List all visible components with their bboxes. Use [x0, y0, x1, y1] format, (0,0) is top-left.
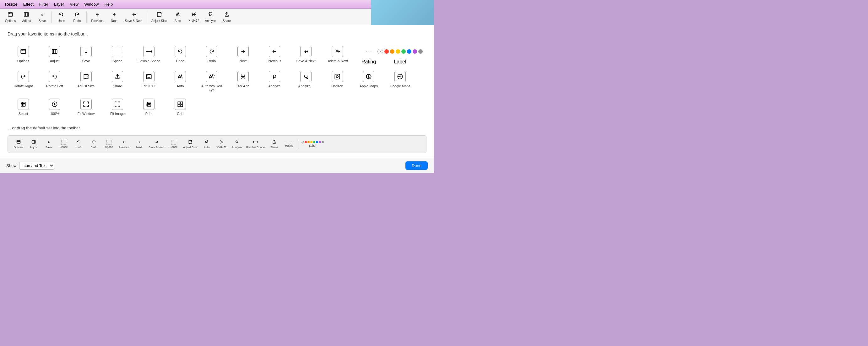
dt-auto-label: Auto — [204, 146, 210, 149]
svg-rect-47 — [335, 74, 339, 79]
gi-adjust[interactable]: Adjust — [39, 43, 70, 68]
svg-rect-9 — [157, 12, 161, 16]
dt-adjust[interactable]: Adjust — [27, 138, 40, 150]
gi-analyze[interactable]: Analyze — [259, 68, 290, 95]
gi-hundred[interactable]: 100% — [39, 95, 70, 119]
gi-fitwindow[interactable]: Fit Window — [70, 95, 102, 119]
dt-label-icon: ✕ — [302, 141, 324, 144]
share-icon — [224, 11, 230, 19]
gi-analyze-label: Analyze — [268, 84, 280, 88]
gi-save-label: Save — [82, 59, 90, 63]
bottom-bar: Show Icon and Text Icon Only Text Only D… — [0, 158, 434, 173]
dt-space2[interactable]: Space — [102, 138, 116, 150]
dt-space2-icon — [106, 140, 112, 145]
tb-options[interactable]: Options — [2, 10, 18, 24]
gi-rotateleft[interactable]: Rotate Left — [39, 68, 70, 95]
gi-deletenext[interactable]: Delete & Next — [321, 43, 353, 68]
gi-analyzedot[interactable]: Analyze... — [290, 68, 321, 95]
gi-auto[interactable]: Auto — [164, 68, 196, 95]
svg-rect-70 — [32, 140, 35, 144]
tb-auto[interactable]: Auto — [170, 10, 185, 24]
tb-save[interactable]: Save — [35, 10, 50, 24]
gi-label[interactable]: ✕ Label — [384, 43, 416, 68]
gi-rotateright[interactable]: Rotate Right — [7, 68, 39, 95]
dt-savenext[interactable]: Save & Next — [147, 138, 165, 150]
dt-xe8472[interactable]: Xe8472 — [215, 138, 228, 150]
dt-auto[interactable]: Auto — [200, 138, 214, 150]
gi-flexspace-icon — [143, 46, 155, 57]
tb-xe8472[interactable]: Xe8472 — [186, 10, 202, 24]
dt-next[interactable]: Next — [132, 138, 146, 150]
gi-deletenext-icon — [332, 46, 343, 57]
tb-adjust[interactable]: Adjust — [19, 10, 34, 24]
gi-editiptc[interactable]: Edit IPTC — [133, 68, 164, 95]
tb-options-label: Options — [5, 19, 16, 23]
dt-share-label: Share — [270, 146, 278, 149]
dt-share[interactable]: Share — [267, 138, 281, 150]
done-button[interactable]: Done — [405, 161, 428, 170]
tb-previous[interactable]: Previous — [89, 10, 106, 24]
tb-share-label: Share — [223, 19, 231, 23]
gi-save[interactable]: Save — [70, 43, 102, 68]
dt-share-icon — [272, 139, 277, 145]
gi-applemaps[interactable]: Apple Maps — [353, 68, 384, 95]
gi-previous[interactable]: Previous — [259, 43, 290, 68]
gi-adjustsize[interactable]: Adjust Size — [70, 68, 102, 95]
dt-label[interactable]: ✕ Label — [300, 140, 325, 149]
customize-toolbar-dialog: Drag your favorite items into the toolba… — [0, 25, 434, 173]
dt-flexspace[interactable]: Flexible Space — [245, 138, 266, 150]
svg-rect-67 — [17, 140, 20, 144]
tb-next[interactable]: Next — [106, 10, 122, 24]
menu-help[interactable]: Help — [102, 1, 115, 7]
gi-grid[interactable]: Grid — [164, 95, 196, 119]
gi-undo[interactable]: Undo — [164, 43, 196, 68]
tb-adjustsize[interactable]: Adjust Size — [149, 10, 169, 24]
gi-hundred-label: 100% — [50, 112, 59, 116]
gi-autoredeye[interactable]: Auto w/o Red Eye — [196, 68, 227, 95]
dt-redo[interactable]: Redo — [87, 138, 101, 150]
gi-share[interactable]: Share — [102, 68, 133, 95]
previous-icon — [94, 11, 100, 19]
gi-print[interactable]: Print — [133, 95, 164, 119]
tb-redo[interactable]: Redo — [69, 10, 85, 24]
gi-flexspace[interactable]: Flexible Space — [133, 43, 164, 68]
gi-savenext[interactable]: Save & Next — [290, 43, 321, 68]
tb-share[interactable]: Share — [219, 10, 234, 24]
menu-effect[interactable]: Effect — [21, 1, 36, 7]
gi-space[interactable]: Space — [102, 43, 133, 68]
dt-space2-label: Space — [105, 145, 113, 149]
tb-analyze[interactable]: Analyze — [202, 10, 219, 24]
dt-space3[interactable]: Space — [167, 138, 181, 150]
dt-rating[interactable]: - · · · - Rating — [282, 139, 296, 149]
options-icon — [7, 11, 13, 19]
dt-save[interactable]: Save — [42, 138, 56, 150]
menu-view[interactable]: View — [67, 1, 81, 7]
dt-previous[interactable]: Previous — [117, 138, 131, 150]
gi-xe8472[interactable]: Xe8472 — [227, 68, 259, 95]
label-gray — [418, 49, 423, 54]
show-select[interactable]: Icon and Text Icon Only Text Only — [19, 162, 54, 169]
gi-googlemaps[interactable]: Google Maps — [384, 68, 416, 95]
dt-analyze[interactable]: Analyze — [230, 138, 244, 150]
gi-redo[interactable]: Redo — [196, 43, 227, 68]
menu-filter[interactable]: Filter — [37, 1, 51, 7]
gi-fitimage[interactable]: Fit Image — [102, 95, 133, 119]
svg-rect-53 — [21, 102, 25, 106]
gi-next[interactable]: Next — [227, 43, 259, 68]
gi-grid-label: Grid — [177, 112, 184, 116]
adjustsize-icon — [156, 11, 162, 19]
tb-undo[interactable]: Undo — [54, 10, 69, 24]
dt-undo[interactable]: Undo — [72, 138, 86, 150]
gi-horizon[interactable]: Horizon — [321, 68, 353, 95]
menu-layer[interactable]: Layer — [52, 1, 67, 7]
dt-options[interactable]: Options — [11, 138, 25, 150]
gi-options[interactable]: Options — [7, 43, 39, 68]
gi-savenext-icon — [300, 46, 312, 57]
dt-space1[interactable]: Space — [57, 138, 71, 150]
dt-adjustsize[interactable]: Adjust Size — [182, 138, 198, 150]
gi-select[interactable]: Select — [7, 95, 39, 119]
tb-savenext[interactable]: Save & Next — [122, 10, 145, 24]
menu-window[interactable]: Window — [82, 1, 101, 7]
menu-resize[interactable]: Resize — [2, 1, 20, 7]
analyze-icon — [207, 11, 214, 19]
